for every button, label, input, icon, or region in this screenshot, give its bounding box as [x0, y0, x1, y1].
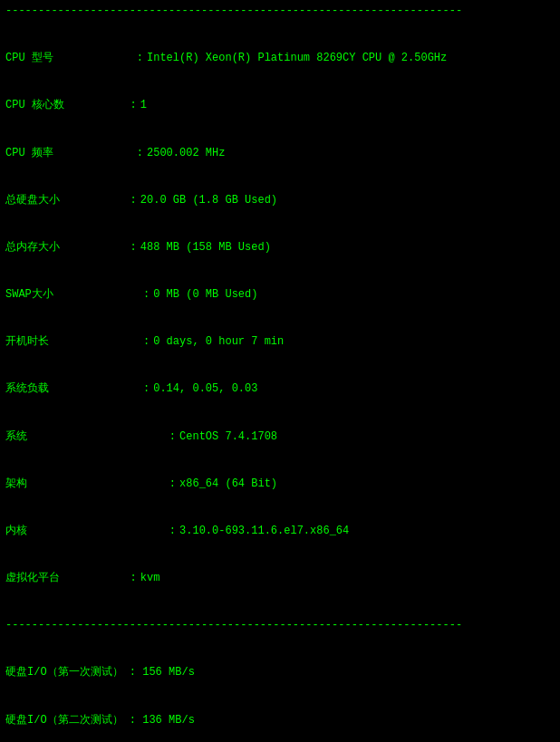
disk-size-value: 20.0 GB (1.8 GB Used) — [140, 193, 277, 208]
terminal-container: ----------------------------------------… — [5, 4, 555, 742]
disk-io-1-label: 硬盘I/O（第一次测试） — [5, 665, 123, 680]
disk-io-2-row: 硬盘I/O（第二次测试） : 136 MB/s — [5, 713, 555, 728]
cpu-cores-label: CPU 核心数 — [5, 98, 78, 113]
virt-value: kvm — [140, 571, 160, 586]
arch-label: 架构 — [5, 477, 78, 492]
cpu-freq-label: CPU 频率 — [5, 146, 78, 161]
disk-io-section: 硬盘I/O（第一次测试） : 156 MB/s 硬盘I/O（第二次测试） : 1… — [5, 634, 555, 742]
uptime-value: 0 days, 0 hour 7 min — [153, 334, 284, 350]
swap-row: SWAP大小 : 0 MB (0 MB Used) — [5, 287, 555, 303]
load-value: 0.14, 0.05, 0.03 — [153, 381, 257, 397]
virt-row: 虚拟化平台 : kvm — [5, 571, 555, 586]
os-label: 系统 — [5, 429, 78, 445]
kernel-label: 内核 — [5, 524, 78, 539]
cpu-model-label: CPU 型号 — [5, 51, 78, 66]
cpu-freq-value: 2500.002 MHz — [147, 146, 225, 161]
arch-row: 架构 : x86_64 (64 Bit) — [5, 477, 555, 492]
kernel-row: 内核 : 3.10.0-693.11.6.el7.x86_64 — [5, 524, 555, 539]
uptime-label: 开机时长 — [5, 334, 78, 350]
mem-size-value: 488 MB (158 MB Used) — [140, 240, 271, 255]
load-row: 系统负载 : 0.14, 0.05, 0.03 — [5, 381, 555, 397]
virt-label: 虚拟化平台 — [5, 571, 78, 586]
swap-value: 0 MB (0 MB Used) — [153, 287, 257, 303]
system-info-section: CPU 型号 : Intel(R) Xeon(R) Platinum 8269C… — [5, 19, 555, 618]
swap-label: SWAP大小 — [5, 287, 78, 303]
disk-io-2-value: 136 MB/s — [142, 713, 195, 728]
divider-2: ----------------------------------------… — [5, 618, 555, 633]
cpu-model-value: Intel(R) Xeon(R) Platinum 8269CY CPU @ 2… — [147, 51, 447, 66]
uptime-row: 开机时长 : 0 days, 0 hour 7 min — [5, 334, 555, 350]
disk-size-label: 总硬盘大小 — [5, 193, 78, 208]
os-row: 系统 : CentOS 7.4.1708 — [5, 429, 555, 445]
disk-io-2-label: 硬盘I/O（第二次测试） — [5, 713, 123, 728]
cpu-cores-value: 1 — [140, 98, 147, 113]
disk-io-1-value: 156 MB/s — [142, 665, 195, 680]
cpu-model-row: CPU 型号 : Intel(R) Xeon(R) Platinum 8269C… — [5, 51, 555, 66]
top-divider: ----------------------------------------… — [5, 4, 555, 19]
mem-size-row: 总内存大小 : 488 MB (158 MB Used) — [5, 240, 555, 255]
cpu-freq-row: CPU 频率 : 2500.002 MHz — [5, 146, 555, 161]
load-label: 系统负载 — [5, 381, 78, 397]
disk-size-row: 总硬盘大小 : 20.0 GB (1.8 GB Used) — [5, 193, 555, 208]
mem-size-label: 总内存大小 — [5, 240, 78, 255]
os-value: CentOS 7.4.1708 — [179, 429, 277, 445]
cpu-cores-row: CPU 核心数 : 1 — [5, 98, 555, 113]
disk-io-1-row: 硬盘I/O（第一次测试） : 156 MB/s — [5, 665, 555, 680]
arch-value: x86_64 (64 Bit) — [179, 477, 277, 492]
kernel-value: 3.10.0-693.11.6.el7.x86_64 — [179, 524, 349, 539]
